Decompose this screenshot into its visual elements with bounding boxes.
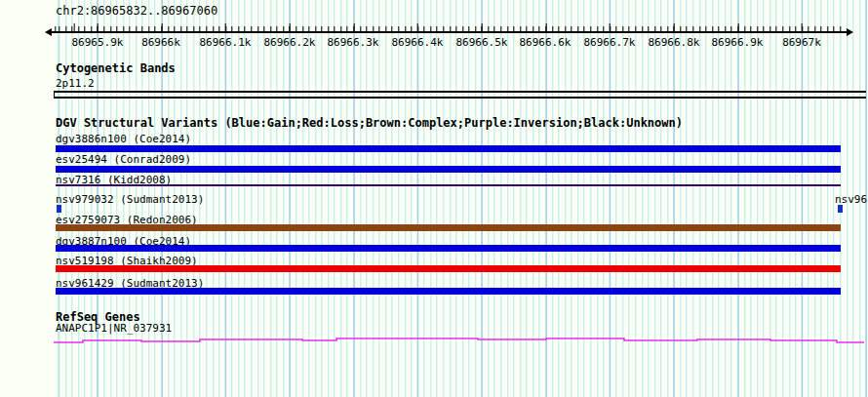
- ruler-tick-label: 86966.4k: [388, 36, 447, 49]
- ruler-tick-label: 86966.9k: [708, 36, 767, 49]
- variant-bar-complex[interactable]: [56, 224, 841, 231]
- ruler-baseline: [51, 31, 847, 33]
- ruler-tick-label: 86967k: [772, 36, 831, 49]
- variant-box-right[interactable]: [838, 205, 843, 213]
- variant-box-left[interactable]: [57, 205, 61, 213]
- variant-bar-loss[interactable]: [56, 265, 841, 272]
- variant-bar-gain[interactable]: [56, 288, 841, 295]
- ruler-tick-label: 86966.5k: [453, 36, 511, 49]
- section-title-dgv-variants: DGV Structural Variants (Blue:Gain;Red:L…: [56, 117, 683, 131]
- variant-label: dgv3886n100 (Coe2014): [56, 133, 191, 145]
- ruler-tick-label: 86966k: [132, 36, 190, 49]
- ruler-tick-label: 86965.9k: [68, 36, 127, 49]
- variant-label: esv25494 (Conrad2009): [56, 153, 191, 166]
- ruler-minor-ticks: [54, 26, 846, 31]
- gene-name-label: ANAPC1P1|NR_037931: [56, 323, 172, 336]
- variant-label: nsv979032 (Sudmant2013): [56, 193, 204, 206]
- variant-bar-gain[interactable]: [56, 166, 841, 173]
- ruler-tick-label: 86966.3k: [324, 36, 382, 49]
- ruler-tick-label: 86966.8k: [645, 36, 703, 49]
- ruler-tick-label: 86966.1k: [196, 36, 255, 49]
- ruler-tick-label: 86966.6k: [516, 36, 574, 49]
- ruler-tick-label: 86966.7k: [580, 36, 639, 49]
- ruler-tick-label: 86966.2k: [260, 36, 319, 49]
- cytoband-label: 2p11.2: [56, 78, 95, 91]
- variant-bar-gain[interactable]: [56, 145, 841, 152]
- section-title-cytogenetic-bands: Cytogenetic Bands: [56, 62, 176, 76]
- variant-bar-gain[interactable]: [56, 245, 841, 252]
- region-coordinates-label: chr2:86965832..86967060: [56, 5, 217, 19]
- ruler-right-arrow-icon: [847, 28, 853, 36]
- genome-browser-panel: chr2:86965832..86967060 86965.9k 86966k …: [0, 0, 868, 397]
- variant-hairline-inversion[interactable]: [56, 184, 841, 186]
- cytoband-glyph[interactable]: [54, 91, 866, 99]
